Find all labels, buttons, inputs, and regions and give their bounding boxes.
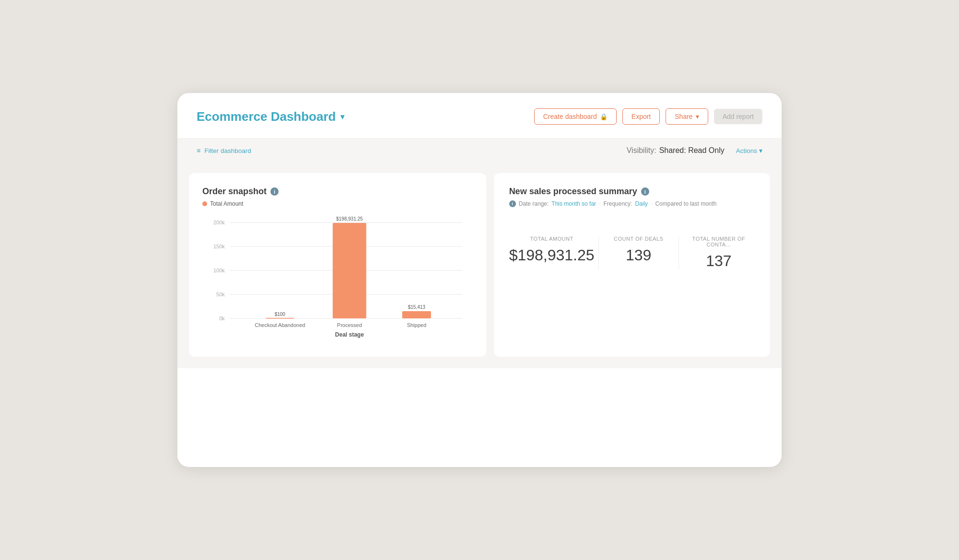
svg-text:Processed: Processed — [337, 322, 362, 328]
svg-text:100k: 100k — [213, 268, 225, 273]
metric-count-deals: COUNT OF DEALS 139 — [603, 236, 675, 270]
order-snapshot-title: Order snapshot — [202, 187, 267, 197]
svg-text:$100: $100 — [275, 312, 286, 317]
header-actions-group: Create dashboard 🔒 Export Share ▾ Add re… — [534, 108, 762, 125]
svg-text:50k: 50k — [216, 292, 225, 297]
export-button[interactable]: Export — [622, 108, 660, 125]
svg-text:Deal stage: Deal stage — [335, 331, 364, 338]
svg-text:150k: 150k — [213, 244, 225, 249]
svg-text:200k: 200k — [213, 220, 225, 225]
new-sales-title: New sales processed summary — [509, 187, 637, 197]
date-range-label: Date range: — [519, 200, 549, 207]
metrics-row: TOTAL AMOUNT $198,931.25 COUNT OF DEALS … — [509, 236, 755, 270]
filter-icon: ≡ — [197, 147, 200, 154]
order-snapshot-card: Order snapshot i Total Amount — [189, 173, 486, 357]
metric-total-amount: TOTAL AMOUNT $198,931.25 — [509, 236, 595, 270]
svg-text:$15,413: $15,413 — [408, 304, 426, 310]
total-contacts-label: TOTAL NUMBER OF CONTA... — [683, 236, 755, 247]
meta-info-icon: i — [509, 200, 516, 207]
svg-text:Shipped: Shipped — [407, 322, 426, 328]
dashboard-title-area[interactable]: Ecommerce Dashboard ▾ — [197, 109, 344, 124]
title-chevron-icon: ▾ — [340, 112, 344, 121]
total-amount-label: TOTAL AMOUNT — [530, 236, 573, 242]
frequency-label: Frequency: — [603, 200, 632, 207]
svg-text:$198,931.25: $198,931.25 — [336, 216, 363, 222]
create-dashboard-button[interactable]: Create dashboard 🔒 — [534, 108, 617, 125]
share-button[interactable]: Share ▾ — [666, 108, 708, 125]
frequency-value: Daily — [635, 200, 648, 207]
date-range-value: This month so far — [551, 200, 596, 207]
bar-chart: 200k 150k 100k 50k 0k $100 $198,931.25 — [202, 213, 473, 347]
total-amount-value: $198,931.25 — [509, 246, 595, 264]
svg-text:0k: 0k — [219, 315, 225, 321]
svg-rect-10 — [266, 318, 294, 319]
metric-divider-2 — [678, 236, 679, 270]
total-contacts-value: 137 — [706, 252, 731, 270]
count-deals-value: 139 — [626, 246, 651, 264]
count-deals-label: COUNT OF DEALS — [614, 236, 663, 242]
share-chevron-icon: ▾ — [696, 113, 699, 120]
metric-total-contacts: TOTAL NUMBER OF CONTA... 137 — [683, 236, 755, 270]
svg-text:Checkout Abandoned: Checkout Abandoned — [255, 322, 305, 328]
content-area: Order snapshot i Total Amount — [177, 162, 782, 368]
new-sales-title-row: New sales processed summary i — [509, 187, 755, 197]
main-dashboard-card: Ecommerce Dashboard ▾ Create dashboard 🔒… — [177, 93, 782, 467]
new-sales-meta: i Date range: This month so far · Freque… — [509, 200, 755, 207]
dashboard-toolbar: ≡ Filter dashboard Visibility: Shared: R… — [177, 139, 782, 162]
chart-legend: Total Amount — [202, 200, 473, 207]
svg-rect-12 — [333, 223, 366, 318]
actions-button[interactable]: Actions ▾ — [736, 147, 762, 154]
new-sales-card: New sales processed summary i i Date ran… — [494, 173, 770, 357]
compared-label: Compared to last month — [655, 200, 716, 207]
actions-chevron-icon: ▾ — [759, 147, 762, 154]
order-snapshot-info-icon[interactable]: i — [270, 187, 279, 196]
add-report-button: Add report — [714, 109, 762, 124]
svg-rect-14 — [402, 311, 431, 318]
metric-divider-1 — [598, 236, 599, 270]
order-snapshot-title-row: Order snapshot i — [202, 187, 473, 197]
visibility-row: Visibility: Shared: Read Only Actions ▾ — [627, 146, 762, 155]
lock-icon: 🔒 — [600, 113, 608, 120]
filter-dashboard-button[interactable]: ≡ Filter dashboard — [197, 147, 251, 154]
dashboard-header: Ecommerce Dashboard ▾ Create dashboard 🔒… — [177, 93, 782, 139]
legend-label: Total Amount — [210, 200, 243, 207]
new-sales-info-icon[interactable]: i — [641, 187, 649, 196]
dashboard-title: Ecommerce Dashboard — [197, 109, 336, 124]
legend-dot-icon — [202, 201, 207, 206]
